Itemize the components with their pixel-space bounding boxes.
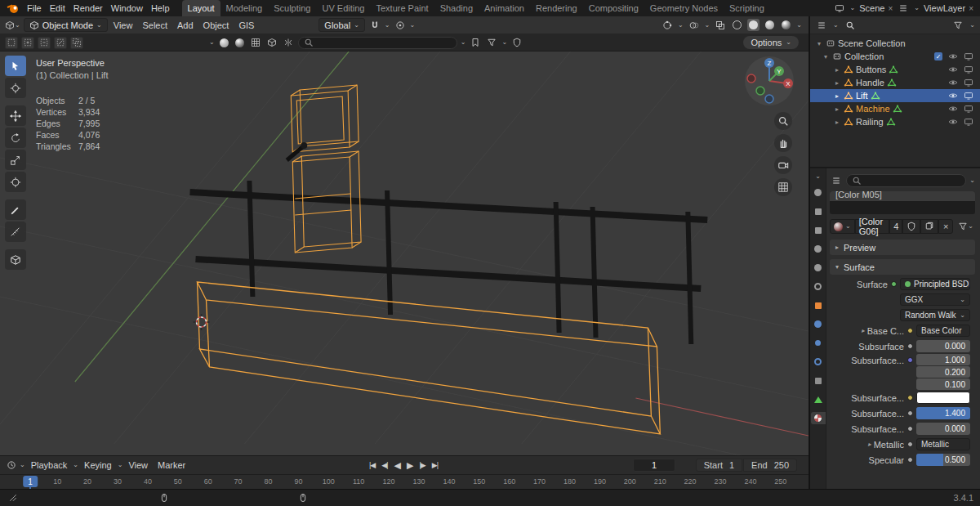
metallic-button[interactable]: Metallic bbox=[916, 438, 970, 450]
viewlayer-unlink-icon[interactable]: × bbox=[969, 4, 973, 13]
scene-browse-caret-icon[interactable]: ⌄ bbox=[850, 5, 856, 11]
disclosure-icon[interactable]: ▸ bbox=[833, 66, 841, 74]
tab-particles-properties[interactable] bbox=[811, 337, 826, 349]
outliner-row-collection[interactable]: ▾ Collection ✓ bbox=[810, 50, 980, 63]
shading-wireframe-icon[interactable] bbox=[731, 20, 743, 29]
outliner-row-lift[interactable]: ▸ Lift bbox=[810, 89, 980, 102]
scene-canvas[interactable] bbox=[0, 51, 808, 455]
menu-timeline-view[interactable]: View bbox=[124, 460, 152, 470]
menu-view[interactable]: View bbox=[109, 20, 137, 30]
navigation-gizmo[interactable]: Z X Y bbox=[743, 55, 795, 109]
tab-output-properties[interactable] bbox=[811, 224, 826, 236]
hide-eye-icon[interactable] bbox=[948, 104, 958, 114]
tab-sculpting[interactable]: Sculpting bbox=[268, 0, 316, 16]
outliner-row-buttons[interactable]: ▸ Buttons bbox=[810, 63, 980, 76]
toggle-xray-icon[interactable] bbox=[714, 20, 727, 30]
menu-render[interactable]: Render bbox=[69, 3, 107, 13]
outliner-row-machine[interactable]: ▸ Machine bbox=[810, 102, 980, 115]
disable-viewport-icon[interactable] bbox=[964, 91, 973, 101]
select-mode-new-icon[interactable] bbox=[5, 37, 18, 49]
gizmo-y-neg-axis[interactable] bbox=[756, 87, 764, 95]
next-keyframe-button[interactable]: |▶ bbox=[419, 461, 425, 469]
tab-view-layer-properties[interactable] bbox=[811, 243, 826, 255]
tool-transform[interactable] bbox=[5, 172, 26, 192]
tab-layout[interactable]: Layout bbox=[182, 0, 220, 16]
blender-logo-icon[interactable] bbox=[5, 2, 21, 14]
material-filter-icon[interactable]: ⌄ bbox=[956, 222, 975, 231]
tab-object-data-properties[interactable] bbox=[811, 393, 826, 405]
hide-eye-icon[interactable] bbox=[948, 117, 958, 127]
options-dropdown[interactable]: Options ⌄ bbox=[743, 36, 799, 49]
tab-modeling[interactable]: Modeling bbox=[220, 0, 269, 16]
disclosure-icon[interactable]: ▸ bbox=[833, 92, 841, 100]
editor-type-button[interactable]: ⌄ bbox=[3, 20, 22, 30]
material-slot-item[interactable]: [Color M05] bbox=[830, 191, 975, 201]
tab-world-properties[interactable] bbox=[811, 280, 826, 293]
tab-animation[interactable]: Animation bbox=[479, 0, 530, 16]
mode-dropdown[interactable]: Object Mode ⌄ bbox=[24, 18, 108, 32]
outliner-row-scene-collection[interactable]: ▾ Scene Collection bbox=[810, 37, 980, 50]
menu-add[interactable]: Add bbox=[173, 20, 198, 30]
subsurface-color-swatch[interactable] bbox=[916, 392, 970, 404]
play-reverse-button[interactable]: ◀ bbox=[394, 460, 400, 471]
snap-settings-caret-icon[interactable]: ⌄ bbox=[385, 22, 390, 29]
collection-checkbox[interactable]: ✓ bbox=[934, 52, 942, 60]
menu-marker[interactable]: Marker bbox=[154, 460, 189, 470]
texture-paint-icon[interactable] bbox=[249, 38, 262, 47]
scene-unlink-icon[interactable]: × bbox=[888, 4, 893, 13]
base-color-button[interactable]: Base Color bbox=[916, 325, 970, 337]
select-mode-extend-icon[interactable] bbox=[21, 37, 34, 49]
scene-selector[interactable]: Scene × bbox=[859, 3, 893, 13]
select-mode-intersect-icon[interactable] bbox=[70, 37, 83, 49]
timeline-ruler[interactable]: 1 11020304050607080901001101201301401501… bbox=[0, 474, 808, 489]
tab-rendering[interactable]: Rendering bbox=[530, 0, 583, 16]
matcap-sphere-icon[interactable] bbox=[218, 38, 230, 47]
tab-shading[interactable]: Shading bbox=[434, 0, 479, 16]
disclosure-icon[interactable]: ▸ bbox=[833, 119, 841, 126]
properties-search-input[interactable] bbox=[846, 174, 966, 187]
prev-keyframe-button[interactable]: ◀| bbox=[381, 461, 387, 469]
timeline-editor-caret-icon[interactable]: ⌄ bbox=[20, 462, 25, 468]
tab-scripting[interactable]: Scripting bbox=[724, 0, 770, 16]
disable-viewport-icon[interactable] bbox=[964, 78, 973, 87]
tab-physics-properties[interactable] bbox=[811, 356, 826, 368]
current-frame-field[interactable]: 1 bbox=[633, 459, 675, 472]
select-mode-invert-icon[interactable] bbox=[54, 37, 67, 49]
material-users-button[interactable]: 4 bbox=[889, 219, 902, 234]
overlays-caret-icon[interactable]: ⌄ bbox=[705, 22, 710, 29]
viewlayer-selector[interactable]: ViewLayer × bbox=[924, 3, 973, 13]
tab-compositing[interactable]: Compositing bbox=[583, 0, 644, 16]
menu-keying[interactable]: Keying bbox=[80, 460, 116, 470]
properties-editor-caret-icon[interactable]: ⌄ bbox=[815, 173, 821, 180]
playhead-marker[interactable]: 1 bbox=[23, 476, 38, 487]
end-frame-field[interactable]: End 250 bbox=[743, 459, 797, 472]
tab-tool-properties[interactable] bbox=[811, 186, 826, 199]
gizmo-z-neg-axis[interactable] bbox=[765, 95, 773, 103]
ortho-grid-icon[interactable] bbox=[774, 178, 792, 196]
hide-eye-icon[interactable] bbox=[948, 51, 958, 61]
shading-material-icon[interactable] bbox=[764, 20, 776, 29]
outliner-editor-icon[interactable] bbox=[815, 20, 828, 30]
outliner-filter-icon[interactable] bbox=[951, 20, 964, 30]
disclosure-icon[interactable]: ▾ bbox=[815, 40, 823, 47]
orientation-dropdown[interactable]: Global ⌄ bbox=[318, 18, 365, 32]
bookmark-icon[interactable] bbox=[469, 38, 482, 47]
preview-section-header[interactable]: ▸ Preview bbox=[830, 240, 975, 255]
subsurface-slider[interactable]: 0.000 bbox=[916, 340, 970, 352]
lift-platform-wireframe[interactable] bbox=[198, 282, 661, 434]
tab-material-properties[interactable] bbox=[811, 412, 826, 424]
material-slot-list[interactable]: [Color M05] bbox=[830, 191, 975, 214]
outliner-search-icon[interactable] bbox=[844, 20, 857, 30]
gizmo-x-neg-axis[interactable] bbox=[747, 74, 755, 83]
filter-caret-icon[interactable]: ⌄ bbox=[501, 39, 507, 46]
play-button[interactable]: ▶ bbox=[407, 460, 412, 471]
show-overlays-icon[interactable] bbox=[688, 20, 701, 30]
viewlayer-browse-icon[interactable] bbox=[897, 3, 910, 13]
outliner-row-handle[interactable]: ▸ Handle bbox=[810, 76, 980, 89]
tool-select-box[interactable] bbox=[5, 56, 26, 76]
start-frame-field[interactable]: Start 1 bbox=[696, 459, 742, 472]
tab-object-properties[interactable] bbox=[811, 299, 826, 311]
search-options-caret-icon[interactable]: ⌄ bbox=[461, 39, 466, 46]
tool-header-caret-icon[interactable]: ⌄ bbox=[209, 39, 215, 46]
show-gizmo-icon[interactable] bbox=[661, 20, 674, 30]
